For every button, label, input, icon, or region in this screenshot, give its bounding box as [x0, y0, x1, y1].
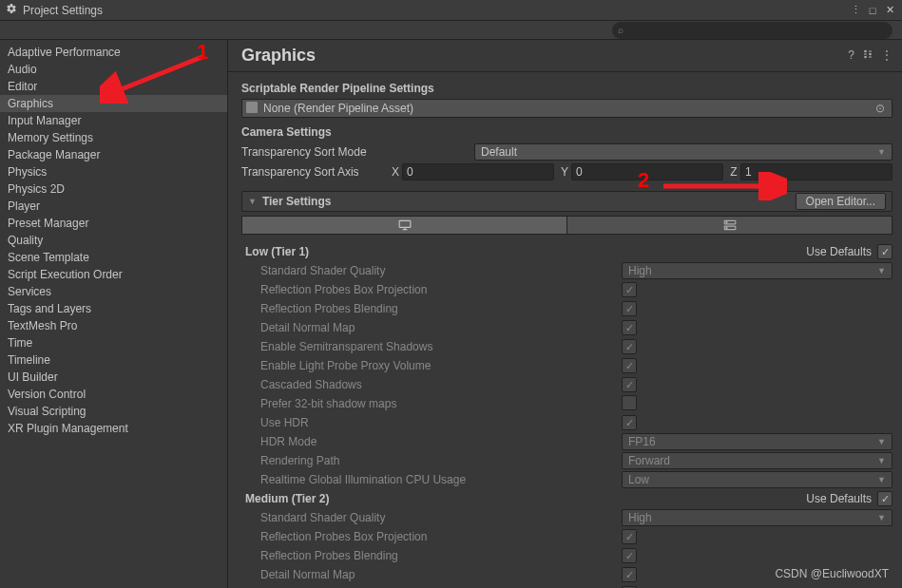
open-editor-button[interactable]: Open Editor...: [796, 193, 886, 210]
svg-point-2: [865, 56, 867, 58]
prefer32-label: Prefer 32-bit shadow maps: [241, 397, 622, 410]
search-icon: ⌕: [618, 25, 624, 35]
srp-asset-value: None (Render Pipeline Asset): [263, 102, 873, 115]
sidebar-item-preset-manager[interactable]: Preset Manager: [0, 215, 227, 232]
sidebar-item-scene-template[interactable]: Scene Template: [0, 249, 227, 266]
sidebar-item-player[interactable]: Player: [0, 198, 227, 215]
sort-mode-label: Transparency Sort Mode: [241, 145, 474, 159]
refl-box-0: [622, 282, 637, 297]
foldout-arrow-icon: ▼: [248, 197, 257, 206]
sidebar-item-timeline[interactable]: Timeline: [0, 351, 227, 369]
sidebar-item-time[interactable]: Time: [0, 334, 227, 351]
axis-x-input[interactable]: [402, 163, 554, 180]
semi-shadow-0: [622, 339, 637, 354]
axis-z-input[interactable]: [740, 163, 892, 180]
sort-axis-label: Transparency Sort Axis: [241, 165, 389, 179]
menu-icon[interactable]: ⋮: [849, 4, 862, 17]
sidebar-item-input-manager[interactable]: Input Manager: [0, 112, 227, 129]
svg-point-1: [870, 53, 872, 55]
sidebar-item-package-manager[interactable]: Package Manager: [0, 146, 227, 163]
context-menu-icon[interactable]: ⋮: [881, 48, 892, 63]
maximize-icon[interactable]: □: [866, 4, 879, 17]
sidebar-item-memory-settings[interactable]: Memory Settings: [0, 129, 227, 146]
sidebar-item-editor[interactable]: Editor: [0, 78, 227, 95]
axis-y-input[interactable]: [571, 163, 723, 180]
svg-point-8: [725, 227, 726, 228]
sidebar-item-version-control[interactable]: Version Control: [0, 386, 227, 403]
sidebar-item-ui-builder[interactable]: UI Builder: [0, 369, 227, 386]
sidebar-item-physics[interactable]: Physics: [0, 163, 227, 180]
gear-icon: [6, 3, 17, 17]
refl-box-1: [622, 529, 637, 544]
light-probe-0: [622, 358, 637, 373]
chevron-down-icon: ▼: [877, 147, 886, 157]
svg-rect-4: [399, 220, 411, 227]
sidebar-item-services[interactable]: Services: [0, 283, 227, 300]
page-title: Graphics: [241, 46, 848, 66]
window-title: Project Settings: [23, 4, 849, 17]
presets-icon[interactable]: [862, 48, 873, 63]
platform-tab-server[interactable]: [567, 216, 892, 235]
sidebar-item-visual-scripting[interactable]: Visual Scripting: [0, 403, 227, 420]
search-input[interactable]: [612, 22, 892, 39]
sidebar-item-script-execution-order[interactable]: Script Execution Order: [0, 266, 227, 283]
gi-cpu-label: Realtime Global Illumination CPU Usage: [241, 473, 622, 486]
tier-0-title: Low (Tier 1): [241, 245, 806, 258]
sidebar-item-physics-2d[interactable]: Physics 2D: [0, 180, 227, 198]
axis-z-label: Z: [727, 165, 740, 179]
axis-x-label: X: [389, 165, 402, 179]
sidebar: Adaptive PerformanceAudioEditorGraphicsI…: [0, 40, 228, 588]
renderpath-0: Forward▼: [622, 452, 892, 469]
titlebar: Project Settings ⋮ □ ✕: [0, 0, 902, 21]
refl-box-label: Reflection Probes Box Projection: [241, 283, 622, 296]
sort-mode-dropdown[interactable]: Default▼: [474, 143, 892, 161]
detail-normal-0: [622, 320, 637, 335]
usehdr-0: [622, 415, 637, 430]
gi-cpu-0: Low▼: [622, 471, 892, 488]
cascaded-0: [622, 377, 637, 392]
main-panel: Graphics ? ⋮ Scriptable Render Pipeline …: [228, 40, 902, 588]
svg-point-7: [725, 222, 726, 223]
sidebar-item-xr-plugin-management[interactable]: XR Plugin Management: [0, 420, 227, 437]
use-defaults-label: Use Defaults: [806, 492, 872, 505]
tier-1-use-defaults-checkbox[interactable]: [877, 491, 892, 506]
refl-box-label: Reflection Probes Box Projection: [241, 530, 622, 543]
svg-point-0: [865, 50, 867, 52]
axis-y-label: Y: [558, 165, 571, 179]
refl-blend-label: Reflection Probes Blending: [241, 549, 622, 562]
sidebar-item-textmesh-pro[interactable]: TextMesh Pro: [0, 317, 227, 334]
close-icon[interactable]: ✕: [883, 4, 896, 17]
renderpath-label: Rendering Path: [241, 454, 622, 467]
srp-asset-field[interactable]: None (Render Pipeline Asset) ⊙: [241, 99, 892, 118]
std-shader-1: High▼: [622, 509, 892, 526]
srp-section-title: Scriptable Render Pipeline Settings: [241, 82, 892, 95]
svg-rect-3: [246, 102, 258, 113]
sidebar-item-graphics[interactable]: Graphics: [0, 95, 227, 112]
cascaded-label: Cascaded Shadows: [241, 378, 622, 391]
platform-tab-standalone[interactable]: [241, 216, 567, 235]
usehdr-label: Use HDR: [241, 416, 622, 429]
semi-shadow-label: Enable Semitransparent Shadows: [241, 340, 622, 353]
toolbar: ⌕: [0, 21, 902, 40]
hdrmode-label: HDR Mode: [241, 435, 622, 448]
sidebar-item-tags-and-layers[interactable]: Tags and Layers: [0, 300, 227, 317]
tier-1-title: Medium (Tier 2): [241, 492, 806, 505]
object-picker-icon[interactable]: ⊙: [873, 102, 888, 115]
refl-blend-1: [622, 548, 637, 563]
refl-blend-0: [622, 301, 637, 316]
sidebar-item-adaptive-performance[interactable]: Adaptive Performance: [0, 44, 227, 61]
help-icon[interactable]: ?: [848, 48, 854, 63]
detail-normal-1: [622, 567, 637, 582]
asset-icon: [246, 102, 258, 116]
std-shader-label: Standard Shader Quality: [241, 511, 622, 524]
camera-section-title: Camera Settings: [241, 125, 892, 139]
detail-normal-label: Detail Normal Map: [241, 321, 622, 334]
tier-0-use-defaults-checkbox[interactable]: [877, 244, 892, 259]
std-shader-0: High▼: [622, 262, 892, 279]
prefer32-0: [622, 395, 637, 410]
detail-normal-label: Detail Normal Map: [241, 568, 622, 581]
sidebar-item-audio[interactable]: Audio: [0, 61, 227, 78]
sidebar-item-quality[interactable]: Quality: [0, 232, 227, 249]
hdrmode-0: FP16▼: [622, 433, 892, 450]
tier-settings-foldout[interactable]: ▼ Tier Settings Open Editor...: [241, 191, 892, 212]
